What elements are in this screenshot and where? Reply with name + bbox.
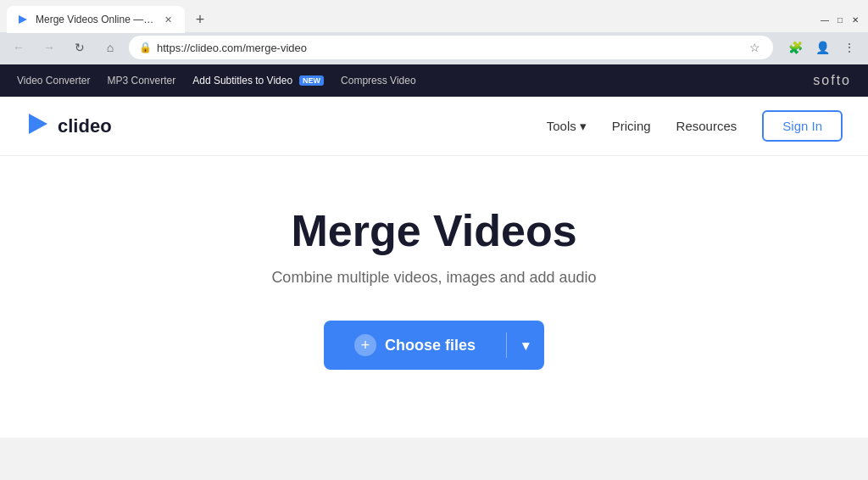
nav-tools[interactable]: Tools ▾ (547, 119, 587, 134)
active-tab[interactable]: Merge Videos Online — Combin ✕ (7, 6, 185, 33)
svg-marker-1 (29, 114, 47, 134)
softo-logo: softo (813, 73, 851, 88)
hero-title: Merge Videos (291, 207, 576, 255)
plus-circle-icon: + (354, 334, 376, 356)
extensions-button[interactable]: 🧩 (783, 36, 807, 59)
choose-files-button[interactable]: + Choose files ▾ (324, 321, 544, 370)
chevron-down-icon: ▾ (580, 119, 587, 134)
tab-favicon (17, 14, 29, 25)
nav-resources[interactable]: Resources (676, 119, 737, 133)
browser-actions: 🧩 👤 ⋮ (783, 36, 861, 59)
tab-title: Merge Videos Online — Combin (36, 14, 154, 25)
logo-text: clideo (58, 115, 112, 137)
forward-button[interactable]: → (37, 36, 61, 59)
new-tab-button[interactable]: + (188, 8, 212, 31)
nav-pricing[interactable]: Pricing (612, 119, 651, 133)
hero-section: Merge Videos Combine multiple videos, im… (0, 156, 868, 438)
choose-files-dropdown-button[interactable]: ▾ (507, 321, 544, 370)
hero-subtitle: Combine multiple videos, images and add … (271, 269, 596, 287)
minimize-button[interactable]: — (819, 14, 831, 25)
logo-area[interactable]: clideo (25, 111, 112, 142)
choose-files-main: + Choose files (324, 334, 506, 356)
page-wrapper: Video Converter MP3 Converter Add Subtit… (0, 64, 868, 438)
home-button[interactable]: ⌂ (98, 36, 122, 59)
banner-link-video-converter[interactable]: Video Converter (17, 75, 91, 87)
nav-links: Tools ▾ Pricing Resources Sign In (547, 110, 843, 142)
window-controls: — □ ✕ (819, 14, 861, 25)
title-bar: Merge Videos Online — Combin ✕ + — □ ✕ (0, 0, 868, 32)
menu-button[interactable]: ⋮ (837, 36, 861, 59)
browser-window: Merge Videos Online — Combin ✕ + — □ ✕ ←… (0, 0, 868, 64)
profile-button[interactable]: 👤 (810, 36, 834, 59)
banner-link-compress[interactable]: Compress Video (341, 75, 416, 87)
tab-close-button[interactable]: ✕ (161, 13, 175, 26)
logo-play-icon (25, 111, 51, 142)
lock-icon: 🔒 (139, 42, 152, 53)
address-bar[interactable]: 🔒 https://clideo.com/merge-video ☆ (129, 36, 773, 59)
banner-link-mp3-converter[interactable]: MP3 Converter (108, 75, 176, 87)
star-icon[interactable]: ☆ (746, 39, 763, 56)
main-nav: clideo Tools ▾ Pricing Resources Sign In (0, 97, 868, 156)
address-actions: ☆ (746, 39, 763, 56)
close-window-button[interactable]: ✕ (849, 14, 861, 25)
new-badge: NEW (299, 75, 324, 86)
reload-button[interactable]: ↻ (68, 36, 92, 59)
top-banner: Video Converter MP3 Converter Add Subtit… (0, 64, 868, 97)
back-button[interactable]: ← (7, 36, 31, 59)
banner-nav: Video Converter MP3 Converter Add Subtit… (17, 75, 416, 87)
tab-bar: Merge Videos Online — Combin ✕ + (7, 6, 212, 33)
address-bar-row: ← → ↻ ⌂ 🔒 https://clideo.com/merge-video… (0, 32, 868, 64)
banner-link-subtitles[interactable]: Add Subtitles to Video (192, 75, 292, 87)
svg-marker-0 (19, 15, 27, 24)
maximize-button[interactable]: □ (834, 14, 846, 25)
sign-in-button[interactable]: Sign In (762, 110, 843, 142)
url-text: https://clideo.com/merge-video (157, 42, 741, 54)
choose-files-label: Choose files (385, 337, 476, 354)
